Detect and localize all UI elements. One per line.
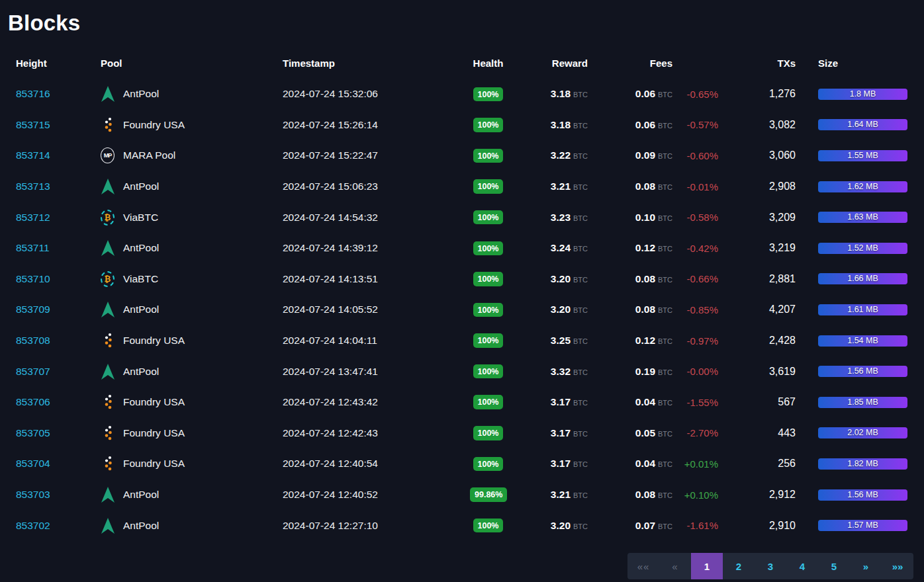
block-reward: 3.20BTC — [506, 520, 588, 532]
block-fees: 0.09BTC — [588, 149, 672, 161]
pool-icon-antpool — [101, 86, 115, 102]
header-txs: TXs — [718, 58, 796, 69]
pagination-page-1[interactable]: 1 — [691, 553, 723, 579]
pagination-page-5[interactable]: 5 — [818, 553, 850, 579]
block-height-link[interactable]: 853711 — [16, 242, 50, 253]
fee-delta: -0.42% — [672, 243, 718, 254]
block-height-link[interactable]: 853702 — [16, 520, 50, 531]
block-timestamp: 2024-07-24 14:05:52 — [283, 304, 470, 315]
health-badge: 99.86% — [470, 487, 507, 502]
pagination-first-button[interactable]: «« — [627, 553, 659, 579]
pool-link[interactable]: Foundry USA — [101, 333, 283, 349]
block-timestamp: 2024-07-24 15:06:23 — [283, 181, 470, 192]
pagination-page-3[interactable]: 3 — [755, 553, 786, 579]
block-height-link[interactable]: 853712 — [16, 212, 50, 223]
pool-name: AntPool — [123, 366, 159, 378]
block-height-link[interactable]: 853707 — [16, 366, 50, 377]
health-badge: 100% — [473, 333, 504, 348]
health-badge: 100% — [473, 87, 504, 102]
header-height: Height — [16, 58, 101, 69]
fee-delta: -1.55% — [672, 397, 718, 408]
block-height-link[interactable]: 853708 — [16, 335, 50, 346]
pool-link[interactable]: Foundry USA — [101, 456, 283, 472]
block-fees: 0.12BTC — [588, 242, 672, 254]
pagination-prev-button[interactable]: « — [659, 553, 691, 579]
health-badge: 100% — [473, 241, 504, 256]
block-fees: 0.08BTC — [588, 273, 672, 285]
pool-icon-antpool — [101, 487, 115, 503]
pool-link[interactable]: Foundry USA — [101, 117, 283, 133]
block-height-link[interactable]: 853714 — [16, 149, 50, 161]
pool-link[interactable]: MPMARA Pool — [101, 147, 283, 163]
block-size-bar: 1.54 MB — [818, 335, 907, 347]
pool-link[interactable]: AntPool — [101, 487, 283, 503]
pagination-page-4[interactable]: 4 — [786, 553, 818, 579]
block-timestamp: 2024-07-24 15:22:47 — [283, 149, 470, 161]
block-timestamp: 2024-07-24 13:47:41 — [283, 366, 470, 378]
pagination-next-button[interactable]: » — [850, 553, 882, 579]
pool-icon-antpool — [101, 302, 115, 317]
pool-link[interactable]: AntPool — [101, 518, 283, 534]
block-height-link[interactable]: 853710 — [16, 273, 50, 284]
block-height-link[interactable]: 853715 — [16, 119, 50, 130]
pool-link[interactable]: AntPool — [101, 240, 283, 256]
block-tx-count: 256 — [718, 458, 796, 470]
block-fees: 0.04BTC — [588, 458, 672, 470]
pool-link[interactable]: AntPool — [101, 302, 283, 317]
block-tx-count: 3,219 — [718, 242, 796, 254]
table-row: 853704Foundry USA2024-07-24 12:40:54100%… — [16, 448, 907, 479]
block-height-link[interactable]: 853705 — [16, 427, 50, 438]
block-reward: 3.23BTC — [506, 212, 588, 224]
header-timestamp: Timestamp — [283, 58, 470, 69]
block-reward: 3.32BTC — [506, 366, 588, 378]
header-size-wrap: Size — [796, 58, 907, 69]
block-reward: 3.21BTC — [506, 181, 588, 192]
pool-link[interactable]: Foundry USA — [101, 394, 283, 410]
pool-link[interactable]: ₿ViaBTC — [101, 210, 283, 226]
block-height-link[interactable]: 853703 — [16, 489, 50, 500]
pool-link[interactable]: AntPool — [101, 179, 283, 194]
header-health: Health — [470, 58, 506, 69]
block-timestamp: 2024-07-24 14:39:12 — [283, 242, 470, 254]
table-row: 853715Foundry USA2024-07-24 15:26:14100%… — [16, 110, 907, 141]
page-title: Blocks — [8, 8, 924, 38]
pool-icon-foundry — [101, 394, 115, 410]
pool-name: AntPool — [123, 181, 159, 192]
fee-delta: -1.61% — [672, 520, 718, 531]
block-fees: 0.10BTC — [588, 212, 672, 224]
block-tx-count: 4,207 — [718, 304, 796, 315]
block-reward: 3.17BTC — [506, 396, 588, 408]
table-row: 853712₿ViaBTC2024-07-24 14:54:32100%3.23… — [16, 202, 907, 233]
table-row: 853716AntPool2024-07-24 15:32:06100%3.18… — [16, 79, 907, 110]
pool-link[interactable]: AntPool — [101, 364, 283, 380]
block-tx-count: 3,060 — [718, 149, 796, 161]
health-badge: 100% — [473, 395, 504, 409]
block-tx-count: 3,619 — [718, 366, 796, 378]
block-timestamp: 2024-07-24 12:27:10 — [283, 520, 470, 532]
pool-name: AntPool — [123, 242, 159, 254]
block-reward: 3.17BTC — [506, 427, 588, 439]
pool-link[interactable]: Foundry USA — [101, 425, 283, 441]
pool-link[interactable]: ₿ViaBTC — [101, 271, 283, 287]
block-height-link[interactable]: 853713 — [16, 181, 50, 192]
pool-name: Foundry USA — [123, 335, 185, 347]
fee-delta: -0.58% — [672, 212, 718, 223]
block-tx-count: 3,082 — [718, 119, 796, 131]
block-reward: 3.18BTC — [506, 88, 588, 100]
table-row: 853702AntPool2024-07-24 12:27:10100%3.20… — [16, 510, 907, 541]
block-height-link[interactable]: 853706 — [16, 396, 50, 407]
pagination: «« « 12345 » »» — [627, 553, 913, 579]
block-timestamp: 2024-07-24 14:13:51 — [283, 273, 470, 285]
pool-link[interactable]: AntPool — [101, 86, 283, 102]
pagination-page-2[interactable]: 2 — [723, 553, 755, 579]
block-height-link[interactable]: 853716 — [16, 88, 50, 99]
block-fees: 0.08BTC — [588, 489, 672, 501]
block-height-link[interactable]: 853709 — [16, 304, 50, 315]
block-timestamp: 2024-07-24 14:54:32 — [283, 212, 470, 224]
fee-delta: -0.85% — [672, 304, 718, 315]
fee-delta: +0.10% — [672, 489, 718, 501]
block-reward: 3.25BTC — [506, 335, 588, 347]
block-height-link[interactable]: 853704 — [16, 458, 50, 469]
pool-name: ViaBTC — [123, 212, 158, 224]
pagination-last-button[interactable]: »» — [882, 553, 913, 579]
